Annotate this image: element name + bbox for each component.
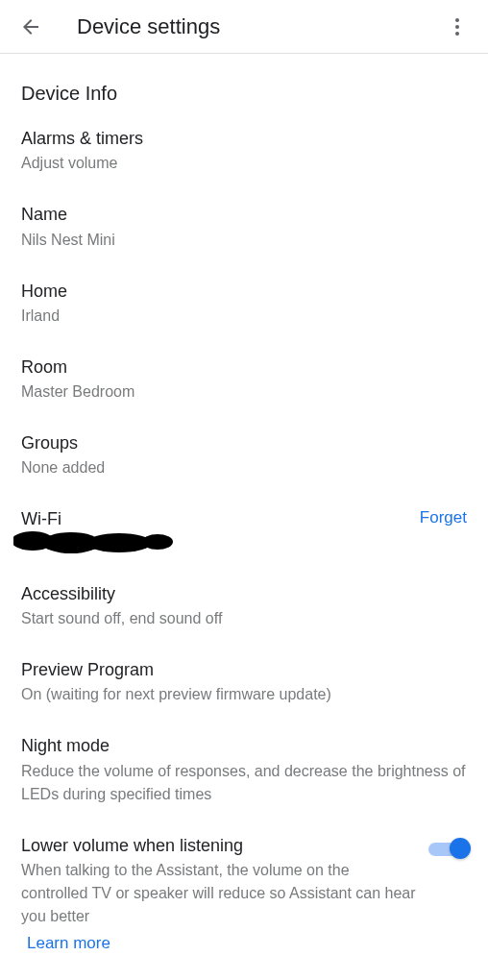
item-title: Accessibility	[21, 582, 467, 605]
more-vert-icon	[446, 15, 469, 38]
item-groups[interactable]: Groups None added	[21, 417, 467, 493]
item-home[interactable]: Home Irland	[21, 265, 467, 341]
item-subtitle: Nils Nest Mini	[21, 229, 467, 252]
svg-point-2	[455, 32, 459, 36]
svg-point-6	[142, 534, 173, 550]
item-subtitle: Reduce the volume of responses, and decr…	[21, 760, 467, 806]
section-header-device-info: Device Info	[21, 83, 467, 105]
item-subtitle: On (waiting for next preview firmware up…	[21, 683, 467, 706]
item-room[interactable]: Room Master Bedroom	[21, 341, 467, 417]
item-title: Wi-Fi	[21, 507, 467, 530]
wifi-forget-button[interactable]: Forget	[420, 508, 467, 527]
learn-more-link[interactable]: Learn more	[21, 934, 110, 953]
switch-thumb	[450, 838, 471, 859]
back-button[interactable]	[12, 8, 50, 46]
item-title: Room	[21, 355, 467, 379]
item-accessibility[interactable]: Accessibility Start sound off, end sound…	[21, 568, 467, 644]
item-title: Name	[21, 203, 467, 226]
item-night-mode[interactable]: Night mode Reduce the volume of response…	[21, 720, 467, 819]
item-wifi[interactable]: Wi-Fi Forget	[21, 493, 467, 567]
item-subtitle: Start sound off, end sound off	[21, 607, 467, 630]
item-subtitle: Master Bedroom	[21, 380, 467, 404]
item-subtitle: Irland	[21, 305, 467, 328]
item-title: Home	[21, 280, 467, 303]
app-bar: Device settings	[0, 0, 488, 54]
item-title: Preview Program	[21, 658, 467, 681]
item-title: Lower volume when listening	[21, 834, 417, 857]
item-subtitle: None added	[21, 456, 467, 479]
svg-point-1	[455, 25, 459, 29]
page-title: Device settings	[77, 14, 438, 39]
item-title: Night mode	[21, 734, 467, 757]
svg-point-5	[86, 533, 152, 552]
more-options-button[interactable]	[438, 8, 476, 46]
item-subtitle: When talking to the Assistant, the volum…	[21, 859, 417, 928]
content: Device Info Alarms & timers Adjust volum…	[0, 83, 488, 967]
item-title: Groups	[21, 431, 467, 454]
wifi-ssid-redacted	[21, 533, 467, 554]
item-subtitle: Adjust volume	[21, 152, 467, 175]
item-title: Alarms & timers	[21, 127, 467, 150]
arrow-back-icon	[19, 15, 42, 38]
item-preview-program[interactable]: Preview Program On (waiting for next pre…	[21, 644, 467, 720]
svg-point-0	[455, 18, 459, 22]
item-name[interactable]: Name Nils Nest Mini	[21, 188, 467, 264]
item-lower-volume[interactable]: Lower volume when listening When talking…	[21, 820, 467, 967]
lower-volume-toggle[interactable]	[428, 838, 467, 859]
item-alarms-timers[interactable]: Alarms & timers Adjust volume	[21, 112, 467, 188]
